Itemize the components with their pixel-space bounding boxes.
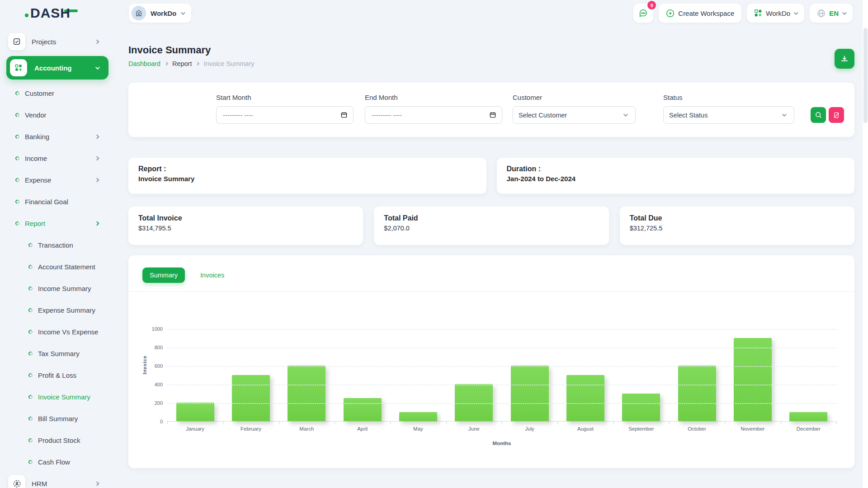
x-tick-label: October: [669, 426, 725, 432]
x-tick-label: July: [502, 426, 557, 432]
breadcrumb-item[interactable]: Dashboard: [128, 60, 168, 67]
messages-button[interactable]: 0: [633, 4, 653, 23]
download-icon: [840, 54, 849, 63]
end-month-field: [365, 106, 502, 124]
end-month-input[interactable]: [365, 106, 502, 124]
sidebar-item-accounting[interactable]: Accounting: [6, 56, 108, 80]
sidebar-item[interactable]: Account Statement: [0, 256, 118, 277]
chevron-right-icon: [165, 62, 168, 66]
x-axis-tick: [613, 422, 614, 424]
sidebar-item-label: Accounting: [34, 64, 72, 72]
chat-icon: [638, 8, 648, 18]
sidebar-item[interactable]: Vendor: [0, 104, 118, 126]
x-axis-tick: [669, 422, 670, 424]
breadcrumb-item[interactable]: Report: [172, 60, 199, 67]
sidebar-item-hrm[interactable]: HRM: [0, 473, 118, 488]
chart-bar[interactable]: [232, 375, 270, 422]
status-select[interactable]: Select Status: [663, 106, 794, 124]
sidebar-item-label: HRM: [32, 480, 47, 488]
sidebar-item[interactable]: Income Summary: [0, 277, 118, 299]
customer-select[interactable]: Select Customer: [513, 106, 636, 124]
app-logo: DASH: [25, 5, 78, 21]
duration-card: Duration : Jan-2024 to Dec-2024: [497, 158, 855, 194]
divider: [128, 291, 854, 292]
chart-bar[interactable]: [455, 384, 493, 421]
bullet-icon: [28, 459, 33, 465]
x-tick-label: February: [223, 426, 278, 432]
tab[interactable]: Summary: [142, 267, 185, 283]
bullet-icon: [28, 329, 33, 334]
create-workspace-button[interactable]: Create Workspace: [659, 4, 741, 23]
x-tick-label: April: [335, 426, 390, 432]
x-axis-tick: [502, 422, 502, 424]
sidebar-item[interactable]: Transaction: [0, 234, 118, 256]
scrollbar-thumb[interactable]: [863, 28, 868, 123]
sidebar-item[interactable]: Expense Summary: [0, 299, 118, 321]
x-tick-label: August: [557, 426, 613, 432]
create-workspace-label: Create Workspace: [678, 9, 734, 17]
account-menu-button[interactable]: WorkDo: [747, 4, 804, 23]
y-tick-label: 0: [145, 418, 163, 425]
chart-bar[interactable]: [678, 366, 716, 421]
sidebar-item[interactable]: Bill Summary: [0, 408, 118, 429]
start-month-input[interactable]: [216, 106, 354, 124]
chart-bar[interactable]: [399, 412, 437, 422]
y-tick-label: 800: [145, 344, 163, 351]
chart-bar-slot: June: [446, 328, 502, 421]
workspace-selector[interactable]: WorkDo: [129, 4, 191, 23]
duration-card-label: Duration :: [507, 165, 845, 173]
total-card: Total Due $312,725.5: [620, 206, 854, 245]
report-card-label: Report :: [138, 165, 476, 173]
reset-icon: [833, 112, 840, 119]
bullet-icon: [15, 90, 20, 96]
bullet-icon: [15, 112, 20, 117]
sidebar-item[interactable]: Income Vs Expense: [0, 321, 118, 343]
chart-bar[interactable]: [734, 338, 772, 422]
sidebar-item[interactable]: Tax Summary: [0, 343, 118, 364]
chart-bar-slot: October: [669, 328, 725, 421]
tab[interactable]: Invoices: [193, 267, 231, 283]
chart-bar[interactable]: [566, 375, 604, 422]
bullet-icon: [28, 351, 33, 356]
chevron-right-icon: [95, 481, 99, 486]
scrollbar[interactable]: [862, 0, 868, 488]
chart-bar-slot: December: [781, 328, 836, 421]
sidebar-item[interactable]: Banking: [0, 126, 118, 147]
chart-bar-slot: May: [390, 328, 446, 421]
chart-bar[interactable]: [288, 366, 326, 421]
chart-bar[interactable]: [176, 403, 214, 421]
x-axis-tick: [279, 422, 279, 424]
breadcrumb-item[interactable]: Invoice Summary: [203, 60, 254, 67]
x-axis-tick: [167, 422, 168, 424]
sidebar-item[interactable]: Expense: [0, 169, 118, 191]
chart-bar-slot: February: [223, 328, 278, 421]
chart-bar[interactable]: [511, 366, 549, 421]
chart-bar[interactable]: [344, 398, 382, 421]
sidebar-item[interactable]: Customer: [0, 82, 118, 104]
sidebar-item-projects[interactable]: Projects: [0, 31, 118, 52]
chevron-down-icon: [181, 10, 185, 15]
x-tick-label: June: [446, 426, 502, 432]
sidebar-item[interactable]: Invoice Summary: [0, 386, 118, 408]
download-button[interactable]: [835, 49, 854, 69]
y-tick-label: 1000: [145, 326, 163, 332]
accounting-submenu: Customer Vendor Banking Income Expense: [0, 82, 118, 473]
x-tick-label: November: [725, 426, 780, 432]
x-axis-tick: [557, 422, 558, 424]
reset-filter-button[interactable]: [829, 107, 844, 123]
start-month-label: Start Month: [216, 94, 251, 101]
chart-bar[interactable]: [622, 394, 660, 422]
chart-bar-slot: November: [725, 328, 780, 421]
sidebar-item[interactable]: Profit & Loss: [0, 364, 118, 386]
language-selector[interactable]: EN: [810, 4, 853, 23]
apply-filter-button[interactable]: [811, 107, 826, 123]
bullet-icon: [28, 394, 33, 399]
chart-bar-slot: March: [279, 328, 335, 421]
sidebar-item[interactable]: Cash Flow: [0, 451, 118, 473]
chart-bar[interactable]: [789, 412, 827, 422]
sidebar-item[interactable]: Financial Goal: [0, 191, 118, 212]
sidebar-item[interactable]: Income: [0, 147, 118, 169]
sidebar-item[interactable]: Report: [0, 212, 118, 234]
globe-icon: [817, 9, 826, 18]
sidebar-item[interactable]: Product Stock: [0, 429, 118, 451]
